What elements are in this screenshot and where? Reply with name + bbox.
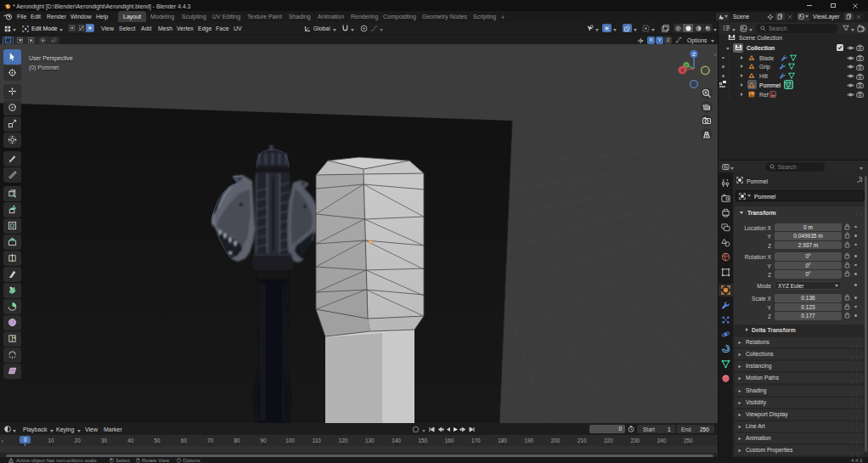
svg-text:Z: Z bbox=[692, 52, 696, 57]
svg-text:X: X bbox=[680, 68, 684, 73]
